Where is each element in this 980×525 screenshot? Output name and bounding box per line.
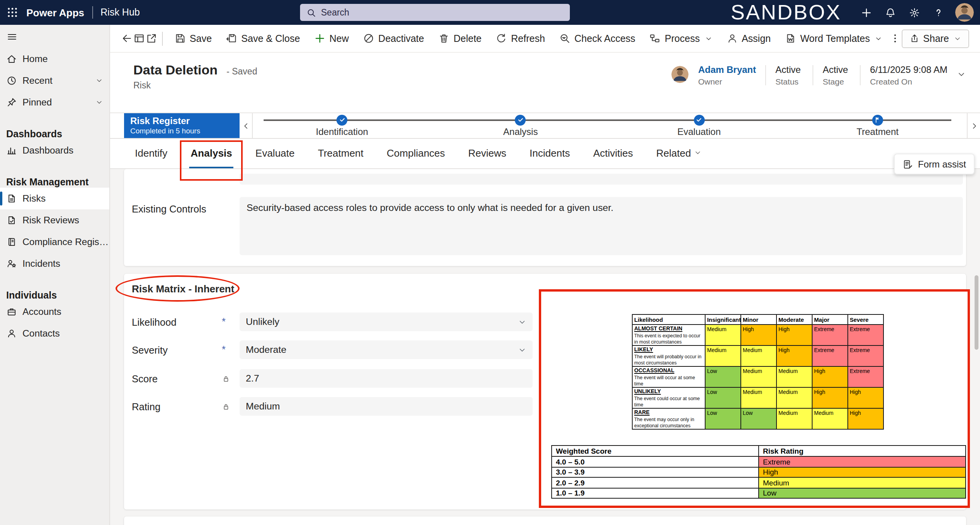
back-button[interactable] <box>121 28 133 49</box>
sidebar-item-accounts[interactable]: Accounts <box>0 301 109 323</box>
button-label: Refresh <box>511 33 545 44</box>
bpf-stage-analysis[interactable]: Analysis <box>431 113 610 138</box>
plus-icon <box>314 33 326 44</box>
assign-button[interactable]: Assign <box>719 28 778 49</box>
quick-create-button[interactable] <box>859 5 873 19</box>
button-label: Delete <box>454 33 481 44</box>
status-label: Status <box>775 77 803 86</box>
form-section-risk-matrix-inherent: Risk Matrix - Inherent Likelihood * Unli… <box>124 274 966 509</box>
gear-icon <box>908 7 920 18</box>
bpf-scroll-right-button[interactable] <box>967 113 980 138</box>
sidebar-item-recent[interactable]: Recent <box>0 70 109 92</box>
button-label: Form assist <box>918 159 966 169</box>
bpf-stage-label: Identification <box>316 126 368 137</box>
owner-name-link[interactable]: Adam Bryant <box>698 64 756 75</box>
existing-controls-input[interactable]: Security-based access roles to provide a… <box>240 197 963 255</box>
legend-rating-cell: Medium <box>759 478 966 488</box>
app-name[interactable]: Power Apps <box>26 7 84 18</box>
clipped-field-input[interactable] <box>240 174 963 185</box>
form-assist-button[interactable]: Form assist <box>894 154 975 174</box>
bpf-scroll-left-button[interactable] <box>240 113 253 138</box>
form-selector-button[interactable] <box>133 28 145 49</box>
delete-button[interactable]: Delete <box>431 28 488 49</box>
header-expand-button[interactable] <box>957 68 966 82</box>
likelihood-select[interactable]: Unlikely <box>240 313 533 331</box>
settings-button[interactable] <box>907 5 921 19</box>
score-input[interactable]: 2.7 <box>240 369 533 388</box>
bpf-stage-label: Evaluation <box>677 126 721 137</box>
search-box[interactable] <box>300 4 570 21</box>
sidebar-item-contacts[interactable]: Contacts <box>0 323 109 344</box>
chevron-down-icon[interactable] <box>95 98 103 106</box>
help-button[interactable] <box>931 5 945 19</box>
severity-select[interactable]: Moderate <box>240 340 533 359</box>
save-and-close-button[interactable]: Save & Close <box>219 28 307 49</box>
matrix-value-cell: High <box>777 346 813 367</box>
tab-activities[interactable]: Activities <box>592 139 635 168</box>
account-avatar[interactable] <box>955 3 974 22</box>
word-templates-button[interactable]: Word Templates <box>778 28 889 49</box>
process-button[interactable]: Process <box>642 28 719 49</box>
matrix-value-cell: Medium <box>741 388 777 409</box>
chevron-down-icon[interactable] <box>95 77 103 85</box>
field-row-likelihood: Likelihood * Unlikely <box>132 313 239 331</box>
notifications-button[interactable] <box>883 5 897 19</box>
sidebar: Home Recent Pinned Dashboards Dashboards… <box>0 25 110 525</box>
tab-reviews[interactable]: Reviews <box>467 139 508 168</box>
vertical-scrollbar-thumb[interactable] <box>975 275 978 350</box>
tab-label: Compliances <box>387 147 445 159</box>
share-button[interactable]: Share <box>901 29 969 48</box>
word-document-icon <box>785 33 796 44</box>
lock-icon <box>222 374 230 383</box>
more-commands-button[interactable] <box>889 28 901 49</box>
sidebar-item-compliance-registers[interactable]: Compliance Registers <box>0 231 109 253</box>
sidebar-toggle-button[interactable] <box>0 25 109 48</box>
rating-input[interactable]: Medium <box>240 397 533 416</box>
bpf-stage-treatment[interactable]: Treatment <box>788 113 967 138</box>
sidebar-item-risks[interactable]: Risks <box>0 188 109 209</box>
trash-icon <box>438 33 450 44</box>
sidebar-item-dashboards[interactable]: Dashboards <box>0 140 109 161</box>
save-button[interactable]: Save <box>167 28 219 49</box>
tab-incidents[interactable]: Incidents <box>528 139 571 168</box>
tab-label: Treatment <box>318 147 364 159</box>
tab-evaluate[interactable]: Evaluate <box>254 139 296 168</box>
matrix-likelihood-name: UNLIKELY <box>634 389 703 395</box>
status-value: Active <box>775 64 803 75</box>
dashboard-icon <box>6 145 17 156</box>
tab-related[interactable]: Related <box>655 139 704 168</box>
refresh-button[interactable]: Refresh <box>488 28 552 49</box>
bpf-process-pill[interactable]: Risk Register Completed in 5 hours <box>124 113 240 138</box>
topbar: Power Apps Risk Hub SANDBOX <box>0 0 980 25</box>
field-label-score: Score <box>132 373 222 384</box>
search-input[interactable] <box>321 8 564 17</box>
sidebar-item-incidents[interactable]: Incidents <box>0 253 109 275</box>
tab-identify[interactable]: Identify <box>133 139 169 168</box>
sidebar-item-home[interactable]: Home <box>0 48 109 70</box>
owner-avatar[interactable] <box>672 66 689 83</box>
field-row-rating: Rating Medium <box>132 397 239 416</box>
matrix-value-cell: High <box>813 367 848 388</box>
sidebar-item-pinned[interactable]: Pinned <box>0 92 109 113</box>
bpf-stage-identification[interactable]: Identification <box>253 113 431 138</box>
sidebar-item-label: Contacts <box>22 328 60 339</box>
sidebar-item-risk-reviews[interactable]: Risk Reviews <box>0 209 109 231</box>
person-icon <box>6 328 17 339</box>
new-button[interactable]: New <box>307 28 356 49</box>
tab-label: Related <box>656 147 691 159</box>
sidebar-item-label: Dashboards <box>22 145 73 156</box>
tab-treatment[interactable]: Treatment <box>316 139 365 168</box>
section-title: Risk Matrix - Inherent <box>132 283 234 295</box>
deactivate-button[interactable]: Deactivate <box>356 28 431 49</box>
bpf-stage-evaluation[interactable]: Evaluation <box>610 113 788 138</box>
tab-analysis[interactable]: Analysis <box>189 139 234 168</box>
score-value: 2.7 <box>246 373 259 384</box>
check-access-button[interactable]: Check Access <box>552 28 642 49</box>
matrix-likelihood-description: The event may occur only in exceptional … <box>634 417 703 428</box>
business-process-flow: Risk Register Completed in 5 hours Ident… <box>110 112 980 139</box>
tab-compliances[interactable]: Compliances <box>385 139 447 168</box>
popout-button[interactable] <box>145 28 157 49</box>
waffle-menu-button[interactable] <box>0 0 25 25</box>
button-label: Save & Close <box>241 33 300 44</box>
chevron-down-icon <box>518 318 526 326</box>
